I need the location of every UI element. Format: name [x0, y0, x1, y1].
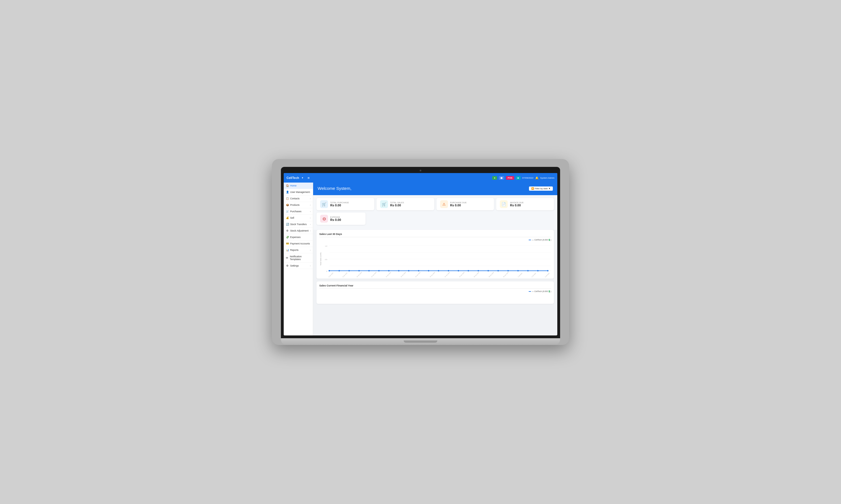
svg-point-26 [537, 270, 538, 272]
svg-point-27 [547, 270, 549, 272]
laptop-container: CellTech ▼ ≡ ● ▦ POS ■ 07/09/2022 🔔 Syst… [272, 159, 569, 345]
stock-adjustment-icon: ⚙ [286, 229, 289, 232]
svg-point-14 [418, 270, 419, 272]
home-icon: 🏠 [286, 184, 289, 187]
total-sales-icon: 🛒 [380, 200, 388, 208]
chevron-right-icon-purchases: › [310, 211, 311, 213]
badge-blue[interactable]: ▦ [499, 176, 504, 180]
chart1-svg: 0 0.5 1.0 [319, 242, 551, 276]
sidebar-item-home[interactable]: 🏠 Home [284, 183, 313, 189]
invoice-due-value: Rs 0.00 [510, 203, 524, 207]
sidebar-item-settings[interactable]: ⚙ Settings › [284, 263, 313, 269]
expense-card: ⊖ EXPENSE Rs 0.00 [316, 213, 365, 225]
purchase-due-info: PURCHASE DUE Rs 0.00 [450, 202, 467, 207]
sidebar-label-sell: Sell [290, 216, 294, 219]
sidebar-label-reports: Reports [290, 249, 298, 251]
invoice-due-card: 📄 INVOICE DUE Rs 0.00 [496, 198, 554, 210]
chevron-right-icon-stock-adjustment: › [310, 230, 311, 232]
chart1-legend: — CellTech (8.000💲) [319, 239, 551, 241]
legend-dot [529, 240, 531, 240]
sidebar-label-settings: Settings [290, 264, 299, 267]
welcome-title: Welcome System, [317, 186, 351, 191]
chart2-legend-item: — CellTech (8.000💲) [529, 290, 551, 293]
chart1-y-label: Total Sales (LKR) [320, 253, 322, 266]
sidebar-item-contacts[interactable]: 📋 Contacts › [284, 195, 313, 202]
sidebar-label-contacts: Contacts [290, 197, 300, 200]
expense-label: EXPENSE [330, 216, 341, 218]
chart1-legend-label: — CellTech (8.000💲) [532, 239, 551, 241]
bell-icon[interactable]: 🔔 [535, 176, 538, 179]
chevron-right-icon-sell: › [310, 217, 311, 219]
user-management-icon: 👤 [286, 191, 289, 194]
sidebar-item-notification-templates[interactable]: ✉ Notification Templates [284, 253, 313, 263]
svg-point-21 [487, 270, 489, 272]
svg-point-20 [478, 270, 479, 272]
svg-text:0.5: 0.5 [325, 259, 327, 260]
sidebar-item-expenses[interactable]: 💸 Expenses [284, 234, 313, 240]
app-layout: CellTech ▼ ≡ ● ▦ POS ■ 07/09/2022 🔔 Syst… [284, 173, 557, 336]
sidebar-item-stock-adjustment[interactable]: ⚙ Stock Adjustment › [284, 228, 313, 234]
laptop-base [281, 338, 560, 345]
chevron-right-icon-contacts: › [310, 198, 311, 200]
invoice-due-icon: 📄 [500, 200, 508, 208]
sidebar-item-payment-accounts[interactable]: 💳 Payment Accounts [284, 240, 313, 247]
sell-icon: 💰 [286, 216, 289, 219]
sidebar-label-products: Products [290, 203, 300, 206]
sidebar-label-purchases: Purchases [290, 210, 302, 213]
sidebar-item-purchases[interactable]: 🛒 Purchases › [284, 208, 313, 215]
sidebar-label-user-management: User Management [290, 191, 310, 194]
chart2-legend: — CellTech (8.000💲) [319, 290, 551, 293]
svg-point-12 [398, 270, 399, 272]
purchase-due-icon: ⚠ [440, 200, 448, 208]
topbar-right: ● ▦ POS ■ 07/09/2022 🔔 System Admin [492, 176, 554, 180]
sidebar: 🏠 Home 👤 User Management › [284, 183, 313, 336]
main-area: 🏠 Home 👤 User Management › [284, 183, 557, 336]
sidebar-label-payment-accounts: Payment Accounts [290, 242, 310, 245]
svg-point-18 [458, 270, 459, 272]
content-area: Welcome System, 🔽 Filter by date ▼ 🛒 [313, 183, 557, 336]
badge-pos[interactable]: POS [506, 176, 514, 180]
total-purchase-label: TOTAL PURCHASE [330, 202, 349, 203]
sidebar-label-notification-templates: Notification Templates [290, 255, 311, 261]
menu-toggle-icon[interactable]: ≡ [306, 175, 311, 181]
total-sales-info: TOTAL SALES Rs 0.00 [390, 202, 404, 207]
total-purchase-info: TOTAL PURCHASE Rs 0.00 [330, 202, 349, 207]
chart1-x-labels: 6 Jun 2022 8 Jun 2022 10 Jun 2022 12 Jun… [328, 277, 551, 278]
filter-by-date-button[interactable]: 🔽 Filter by date ▼ [529, 186, 553, 191]
topbar-username: System Admin [540, 177, 554, 179]
svg-text:1.0: 1.0 [325, 245, 327, 247]
svg-point-9 [368, 270, 370, 272]
sidebar-label-stock-adjustment: Stock Adjustment [290, 229, 309, 232]
svg-point-7 [348, 270, 350, 272]
chevron-right-icon-settings: › [310, 265, 311, 267]
total-sales-label: TOTAL SALES [390, 202, 404, 203]
badge-teal[interactable]: ■ [516, 176, 520, 180]
total-purchase-value: Rs 0.00 [330, 203, 349, 207]
badge-green[interactable]: ● [492, 176, 497, 180]
svg-point-8 [358, 270, 360, 272]
svg-point-15 [428, 270, 429, 272]
camera [420, 170, 421, 172]
stats-row-2: ⊖ EXPENSE Rs 0.00 [316, 213, 554, 225]
svg-text:0: 0 [326, 270, 327, 272]
svg-point-17 [448, 270, 449, 272]
expenses-icon: 💸 [286, 236, 289, 238]
svg-point-24 [517, 270, 519, 272]
sidebar-item-products[interactable]: 📦 Products › [284, 202, 313, 208]
sidebar-item-reports[interactable]: 📊 Reports › [284, 247, 313, 253]
topbar: CellTech ▼ ≡ ● ▦ POS ■ 07/09/2022 🔔 Syst… [284, 173, 557, 183]
chevron-right-icon-reports: › [310, 249, 311, 251]
stats-cards-area: 🛒 TOTAL PURCHASE Rs 0.00 🛒 TO [313, 195, 557, 230]
svg-point-6 [339, 270, 340, 272]
sidebar-item-stock-transfers[interactable]: 🔄 Stock Transfers › [284, 221, 313, 228]
chart1-title: Sales Last 30 Days [319, 233, 551, 237]
chart1-legend-item: — CellTech (8.000💲) [529, 239, 551, 241]
stock-transfers-icon: 🔄 [286, 223, 289, 226]
brand-dropdown-icon[interactable]: ▼ [302, 177, 304, 179]
sidebar-item-sell[interactable]: 💰 Sell › [284, 215, 313, 221]
expense-icon: ⊖ [320, 215, 328, 222]
total-purchase-card: 🛒 TOTAL PURCHASE Rs 0.00 [316, 198, 374, 210]
sidebar-item-user-management[interactable]: 👤 User Management › [284, 189, 313, 195]
total-sales-card: 🛒 TOTAL SALES Rs 0.00 [377, 198, 434, 210]
filter-label: Filter by date ▼ [535, 187, 551, 190]
